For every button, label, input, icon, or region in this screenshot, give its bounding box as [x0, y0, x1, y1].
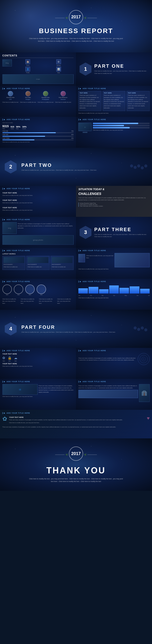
part-one-number: 1 [79, 63, 91, 76]
add-title-4: ▶ ADD YOUR TITLE HERE [78, 119, 150, 120]
slide-row-7: ▶ ADD YOUR TITLE HERE LATEST WORKS PHOTO… [0, 248, 152, 279]
stats-subtitle: Click here to modify [2, 122, 74, 124]
home-icon: 🏠 [25, 59, 30, 64]
bar-1 [78, 288, 88, 294]
biz-small-img [78, 390, 138, 398]
person-info-1: Click here to modify the text, you may p… [86, 254, 114, 260]
add-title-7: ▶ ADD YOUR TITLE HERE [2, 250, 74, 252]
part-three-info: PART THREE Click here to modify the text… [94, 227, 149, 238]
your-text-block-1: YOUR TEXT HERE Click here to modify the … [2, 191, 74, 197]
bar-7 [140, 289, 150, 294]
member-4-name: Kelly Williamson [59, 97, 67, 98]
member-3-name: Alexander Allen [41, 97, 50, 98]
bar-5 [119, 288, 129, 294]
user-icon: 👤 [25, 67, 30, 72]
work-img-1 [3, 257, 24, 263]
chart-labels: JanFebMarAprMayJunJul [78, 295, 150, 296]
icon-box-1: ✿ Item [2, 356, 5, 362]
avatar-1 [8, 91, 13, 96]
slide-title: 🌿 2017 🌿 BUSINESS REPORT Click here to m… [0, 0, 152, 52]
stats-slide: ▶ ADD YOUR TITLE HERE Click here to modi… [0, 117, 76, 148]
year-text: 2017 [71, 14, 81, 20]
text-card-2: TEXT HERE There are many variations of p… [103, 91, 126, 111]
part-four-slide: 4 PART FOUR Click here to modify the tex… [0, 310, 152, 348]
add-title-3: ▶ ADD YOUR TITLE HERE [2, 119, 74, 120]
member-1-name: Alexander Allen [6, 97, 15, 98]
biz-text: There are many variations of passages of… [78, 385, 138, 389]
group-photo-slide: ▶ ADD YOUR TITLE HERE img There are many… [0, 217, 76, 248]
people2-desc: There are many variations of passages of… [38, 385, 74, 393]
text-card-3: TEXT HERE There are many variations of p… [127, 91, 150, 111]
icon-row-1: ✿ Item 🔒 Item ☁ Item [2, 356, 74, 362]
member-2-desc: Click here to modify the text [20, 101, 36, 104]
add-title-8: ▶ ADD YOUR TITLE HERE [78, 250, 150, 252]
your-text-block-3: YOUR TEXT HERE Click here to modify the … [2, 206, 74, 212]
contents-item-3: 👤 Profile [13, 67, 43, 74]
your-text-h2: YOUR TEXT HERE [2, 363, 74, 364]
contents-item-4: 📊 Stats [44, 67, 74, 74]
avatar-3 [43, 91, 48, 96]
wreath-decoration: 🌿 2017 🌿 [55, 10, 97, 26]
contents-img-1: img [2, 59, 12, 66]
member-2-name: Alice Willis [25, 97, 31, 98]
add-title-10: ▶ ADD YOUR TITLE HERE [78, 281, 150, 282]
work-item-1: PHOTOGRAPHY Click here to modify text [2, 256, 25, 270]
person-block-1: Click here to modify the text, you may p… [78, 254, 114, 262]
stat-3: 56% Rate [16, 126, 20, 129]
part-three-slide: 3 PART THREE Click here to modify the te… [76, 217, 152, 248]
team-slide: ▶ ADD YOUR TITLE HERE Alexander Allen CE… [0, 86, 76, 117]
final-para-2: Click here to modify the text, you may p… [9, 422, 145, 424]
monitor-image: 📺 [78, 123, 91, 131]
monitor-text: Click here to modify the text, you may p… [93, 129, 150, 131]
part-three-number: 3 [79, 226, 91, 239]
latest-works-slide: ▶ ADD YOUR TITLE HERE LATEST WORKS PHOTO… [0, 248, 76, 279]
work-label-1: PHOTOGRAPHY [3, 264, 24, 265]
circle-2: Item [14, 284, 23, 296]
three-text-cards: TEXT HERE There are many variations of p… [78, 91, 150, 111]
bar-2 [89, 287, 98, 294]
group-meeting-img: 👥 [2, 384, 38, 395]
icon-box-2: 🔒 Item [7, 356, 12, 362]
part-four-desc: Click here to modify the text , you may … [21, 331, 115, 334]
add-title-2: ▶ ADD YOUR TITLE HERE [78, 88, 150, 90]
final-row: ✿ YOUR TEXT HERE There are many variatio… [2, 416, 150, 424]
hex-decos-4 [134, 326, 147, 332]
monitor-slide: ▶ ADD YOUR TITLE HERE 📺 [76, 117, 152, 148]
circle-labels: Click here to modify the text, you may p… [2, 297, 74, 305]
work-label-2: PHOTOGRAPHY [28, 264, 48, 265]
icon-box-3: ☁ Item [14, 356, 17, 362]
cloud-icon: ☁ [14, 356, 17, 360]
group-img-small: img [2, 222, 17, 234]
work-label-3: PHOTOGRAPHY [52, 264, 73, 265]
contents-slide: CONTENTS img 🏠 Home ⚙ Settings 👤 Profile [0, 52, 76, 86]
people-text: Click here to modify the text, you may p… [78, 268, 150, 270]
member-2-role: Designer [26, 99, 30, 100]
team-row: Alexander Allen CEO Click here to modify… [2, 91, 74, 104]
icon-desc: Click here to modify the text, you may p… [2, 365, 74, 368]
member-3-desc: Click here to modify the text [38, 101, 54, 104]
part-two-desc: Click here to modify the text , you may … [21, 169, 96, 172]
situation-slide: SITUATION TODAY & CHALLENGES There are m… [76, 186, 152, 217]
thankyou-subtitle: Click here to modify the text , you may … [28, 478, 124, 483]
avatar-2 [25, 91, 31, 96]
lock-icon: 🔒 [7, 356, 12, 360]
text-note: Click here to modify the text, you may p… [2, 141, 74, 143]
bar-progress-1 [93, 123, 150, 124]
part-four-title: PART FOUR [21, 324, 115, 330]
radar-text: There are many variations of passages of… [78, 357, 136, 362]
bar-chart [78, 284, 150, 294]
member-1-desc: Click here to modify the text [2, 101, 18, 104]
progress-2: ITEM TWO60% [2, 134, 74, 137]
part-two-info: PART TWO Click here to modify the text ,… [21, 162, 96, 172]
situation-title: SITUATION TODAY & [78, 188, 150, 190]
slide-row-1: CONTENTS img 🏠 Home ⚙ Settings 👤 Profile [0, 52, 152, 86]
final-content-inner: ▶ ADD YOUR TITLE HERE ✿ YOUR TEXT HERE T… [0, 410, 152, 438]
final-para-1: There are many variations of passages of… [9, 419, 145, 421]
slide-row-10: ▶ ADD YOUR TITLE HERE YOUR TEXT HERE ✿ I… [0, 348, 152, 379]
circle-icon-1 [2, 284, 12, 294]
progress-1: ITEM ONE75% [2, 130, 74, 133]
circle-3: Item [25, 284, 35, 296]
circle-icon-4 [37, 284, 46, 294]
final-content-slide: ▶ ADD YOUR TITLE HERE ✿ YOUR TEXT HERE T… [0, 410, 152, 438]
member-4-desc: Click here to modify the text [55, 101, 71, 104]
